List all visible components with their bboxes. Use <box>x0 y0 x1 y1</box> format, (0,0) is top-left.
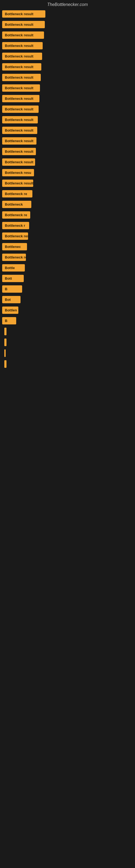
bottleneck-badge: Bottleneck <box>2 201 31 208</box>
bottleneck-badge: Bottleneck result <box>2 21 45 28</box>
list-item: Bottleneck re <box>2 190 133 197</box>
bottleneck-list: Bottleneck resultBottleneck resultBottle… <box>0 9 135 372</box>
list-item: Bottleneck result <box>2 21 133 28</box>
bottleneck-badge: Bottleneck re <box>2 254 26 261</box>
list-item: Bottleneck r <box>2 222 133 229</box>
bottleneck-badge: Bottleneck result <box>2 53 42 60</box>
list-item: Bottle <box>2 264 133 272</box>
list-item: Bottleneck result <box>2 42 133 50</box>
bottleneck-badge: Bottlen <box>2 307 18 314</box>
bottleneck-badge: Bott <box>2 275 24 282</box>
bottleneck-badge: Bottleneck re <box>2 211 30 219</box>
list-item: Bottleneck result <box>2 63 133 70</box>
list-item: Bottleneck result <box>2 116 133 123</box>
list-item: Bottleneck resu <box>2 169 133 176</box>
bottleneck-badge: Bottleneck result <box>2 137 37 145</box>
list-item: Bottleneck resu <box>2 232 133 240</box>
bottleneck-badge: Bottleneck result <box>2 31 44 39</box>
list-item: Bot <box>2 296 133 303</box>
list-item: Bottleneck result <box>2 84 133 92</box>
list-item: Bottleneck <box>2 201 133 208</box>
bottleneck-badge: Bottleneck result <box>2 74 41 81</box>
bottleneck-badge: Bottleneck r <box>2 222 29 229</box>
bottleneck-badge: Bottleneck result <box>2 180 33 187</box>
list-item: Bottleneck result <box>2 95 133 102</box>
bottleneck-badge: Bottleneck resu <box>2 169 34 176</box>
list-item: Bottleneck result <box>2 127 133 134</box>
list-item: Bottleneck result <box>2 137 133 145</box>
small-bar <box>4 339 6 346</box>
bottleneck-badge: Bottleneck result <box>2 95 39 102</box>
bottleneck-badge: Bottleneck result <box>2 158 35 166</box>
bottleneck-badge: Bottle <box>2 264 25 272</box>
list-item: Bottleneck re <box>2 254 133 261</box>
bottleneck-badge: Bottleneck result <box>2 105 39 113</box>
bottleneck-badge: Bottleneck resu <box>2 232 28 240</box>
bottleneck-badge: B <box>2 285 22 293</box>
bottleneck-badge: B <box>2 317 16 324</box>
bottleneck-badge: Bottleneck result <box>2 42 43 50</box>
list-item: Bottlenec <box>2 243 133 250</box>
list-item: Bottleneck result <box>2 10 133 18</box>
list-item: Bottleneck result <box>2 31 133 39</box>
bottleneck-badge: Bottleneck result <box>2 127 37 134</box>
list-item: Bottleneck result <box>2 180 133 187</box>
site-title: TheBottlenecker.com <box>0 0 135 9</box>
list-item: B <box>2 285 133 293</box>
small-bar <box>4 349 6 357</box>
list-item: Bottleneck result <box>2 148 133 155</box>
list-item: Bottleneck re <box>2 211 133 219</box>
list-item: Bottleneck result <box>2 158 133 166</box>
bottleneck-badge: Bottleneck result <box>2 148 36 155</box>
bottleneck-badge: Bottlenec <box>2 243 27 250</box>
list-item: B <box>2 317 133 324</box>
bottleneck-badge: Bottleneck result <box>2 84 40 92</box>
bottleneck-badge: Bottleneck re <box>2 190 32 197</box>
list-item: Bott <box>2 275 133 282</box>
small-bar <box>4 328 6 335</box>
bottleneck-badge: Bottleneck result <box>2 63 41 70</box>
list-item: Bottleneck result <box>2 74 133 81</box>
list-item: Bottleneck result <box>2 105 133 113</box>
list-item: Bottleneck result <box>2 53 133 60</box>
list-item: Bottlen <box>2 307 133 314</box>
bottleneck-badge: Bottleneck result <box>2 10 45 18</box>
bottleneck-badge: Bot <box>2 296 20 303</box>
bottleneck-badge: Bottleneck result <box>2 116 38 123</box>
small-bar <box>4 360 6 368</box>
